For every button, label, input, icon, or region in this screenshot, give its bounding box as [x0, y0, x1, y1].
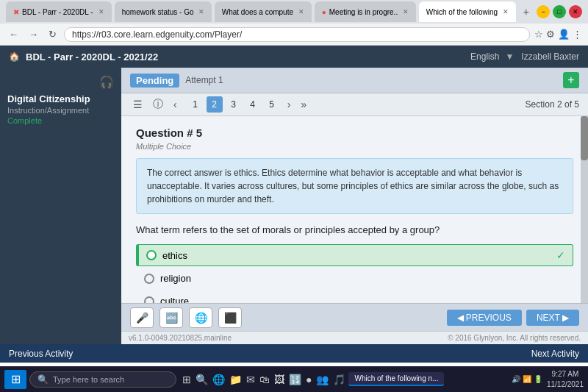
- maximize-button[interactable]: □: [553, 5, 566, 18]
- reload-button[interactable]: ↻: [46, 27, 60, 41]
- translate-button[interactable]: 🔤: [159, 307, 183, 328]
- radio-religion: [144, 274, 154, 284]
- address-box[interactable]: https://r03.core.learn.edgenuity.com/Pla…: [64, 27, 530, 42]
- tab-close-2[interactable]: ✕: [198, 8, 204, 15]
- answer-option-religion[interactable]: religion: [136, 268, 573, 289]
- start-button[interactable]: ⊞: [4, 370, 26, 389]
- browser-tab-5[interactable]: Which of the following n... ✕: [419, 1, 516, 22]
- home-icon: 🏠: [9, 51, 20, 62]
- language-selector[interactable]: English: [470, 51, 499, 62]
- question5-title: Question # 5: [136, 126, 573, 139]
- language-dropdown-icon[interactable]: ▼: [505, 51, 514, 62]
- taskbar-icon-spotify[interactable]: 🎵: [333, 374, 345, 385]
- scroll-track[interactable]: [581, 116, 588, 303]
- taskbar-icon-search[interactable]: 🔍: [196, 374, 208, 385]
- status-badge: Pending: [130, 74, 179, 88]
- nav-bar: ☰ ⓘ ‹ 1 2 3 4 5 › » Section 2 of 5: [121, 93, 588, 116]
- taskbar-date-value: 11/12/2021: [547, 379, 584, 390]
- taskbar-icon-teams[interactable]: 👥: [316, 374, 329, 385]
- headphone-icon[interactable]: 🎧: [99, 75, 114, 89]
- taskbar-time-value: 9:27 AM: [547, 369, 584, 379]
- caption-button[interactable]: ⬛: [218, 307, 242, 328]
- browser-tab-1[interactable]: ✖ BDL - Parr - 2020DL - 202... ✕: [6, 1, 112, 22]
- attempt-label: Attempt 1: [185, 75, 223, 85]
- tab-label-3: What does a computer fo...: [222, 8, 293, 16]
- copyright-text: © 2016 Glynlyon, Inc. All rights reserve…: [448, 334, 581, 342]
- activity-bar: Previous Activity Next Activity: [0, 344, 588, 363]
- taskbar-clock: 9:27 AM 11/12/2021: [547, 369, 584, 390]
- browser-tab-4[interactable]: ● Meeting is in progre... ✕: [315, 1, 416, 22]
- info-icon-button[interactable]: ⓘ: [150, 96, 166, 113]
- last-page-button[interactable]: »: [298, 97, 309, 112]
- page-5-button[interactable]: 5: [264, 96, 280, 113]
- profile-button[interactable]: 👤: [558, 29, 570, 40]
- answer-option-ethics[interactable]: ethics ✓: [136, 244, 573, 266]
- tab-close-4[interactable]: ✕: [403, 8, 409, 15]
- taskbar-active-app[interactable]: Which of the following n...: [348, 372, 444, 386]
- taskbar-icon-photos[interactable]: 🖼: [274, 374, 284, 385]
- add-button[interactable]: +: [563, 72, 579, 88]
- next-page-button[interactable]: ›: [284, 97, 294, 112]
- answer-option-culture[interactable]: culture: [136, 291, 573, 303]
- taskbar-icon-folder[interactable]: 📁: [229, 374, 242, 385]
- close-button[interactable]: ✕: [569, 5, 582, 18]
- prev-next-area: ◀ PREVIOUS NEXT ▶: [447, 310, 579, 326]
- taskbar-icon-chrome[interactable]: ●: [306, 374, 312, 385]
- taskbar-search-icon: 🔍: [37, 374, 49, 385]
- prev-page-button[interactable]: ‹: [171, 97, 180, 112]
- back-button[interactable]: ←: [6, 27, 21, 41]
- browser-tab-3[interactable]: What does a computer fo... ✕: [215, 1, 312, 22]
- tab-icon-1: ✖: [13, 8, 19, 16]
- page-2-button[interactable]: 2: [207, 96, 223, 113]
- taskbar-icons: ⊞ 🔍 🌐 📁 ✉ 🛍 🖼 🔢 ● 👥 🎵: [182, 374, 345, 385]
- tab-close-5[interactable]: ✕: [503, 8, 509, 15]
- microphone-button[interactable]: 🎤: [130, 307, 154, 328]
- answer-label-culture: culture: [160, 296, 189, 303]
- forward-button[interactable]: →: [26, 27, 41, 41]
- page-1-button[interactable]: 1: [187, 96, 204, 113]
- taskbar-search-placeholder: Type here to search: [53, 375, 124, 384]
- version-bar: v6.1.0-0049.20210825.mainline © 2016 Gly…: [121, 331, 588, 344]
- tab-close-3[interactable]: ✕: [298, 8, 304, 15]
- taskbar-search-box[interactable]: 🔍 Type here to search: [29, 371, 176, 388]
- tab-label-2: homework status - Googl...: [122, 8, 193, 16]
- section-label: Section 2 of 5: [526, 99, 579, 110]
- tab-close-1[interactable]: ✕: [98, 8, 104, 15]
- bookmark-button[interactable]: ☆: [534, 29, 543, 40]
- extension-button[interactable]: ⚙: [546, 29, 555, 40]
- menu-button[interactable]: ⋮: [573, 29, 582, 40]
- taskbar-icon-calc[interactable]: 🔢: [289, 374, 301, 385]
- taskbar-app-label: Which of the following n...: [354, 374, 438, 382]
- question5-type: Multiple Choice: [136, 142, 573, 151]
- browser-title-bar: ✖ BDL - Parr - 2020DL - 202... ✕ homewor…: [0, 0, 588, 24]
- taskbar-system-tray: 🔊 📶 🔋 9:27 AM 11/12/2021: [512, 369, 584, 390]
- feedback-box: The correct answer is ethics. Ethics det…: [136, 158, 573, 214]
- taskbar-sys-icons: 🔊 📶 🔋: [512, 375, 542, 383]
- next-activity-label[interactable]: Next Activity: [531, 349, 579, 359]
- minimize-button[interactable]: −: [537, 5, 550, 18]
- main-layout: 🎧 Digital Citizenship Instruction/Assign…: [0, 68, 588, 344]
- taskbar-icon-mail[interactable]: ✉: [246, 374, 255, 385]
- previous-button[interactable]: ◀ PREVIOUS: [447, 310, 522, 326]
- window-controls: − □ ✕: [537, 5, 582, 18]
- version-text: v6.1.0-0049.20210825.mainline: [129, 334, 232, 342]
- taskbar-icon-edge[interactable]: 🌐: [212, 374, 225, 385]
- next-label: NEXT ▶: [537, 313, 569, 323]
- new-tab-button[interactable]: +: [519, 4, 534, 19]
- next-button[interactable]: NEXT ▶: [526, 310, 579, 326]
- prev-activity-label[interactable]: Previous Activity: [9, 349, 73, 359]
- page-numbers: 1 2 3 4 5: [187, 96, 280, 113]
- taskbar-icon-store[interactable]: 🛍: [259, 374, 270, 385]
- scroll-content[interactable]: Question # 5 Multiple Choice The correct…: [121, 116, 588, 303]
- app-header: 🏠 BDL - Parr - 2020DL - 2021/22 English …: [0, 46, 588, 68]
- page-3-button[interactable]: 3: [226, 96, 242, 113]
- browser-tab-2[interactable]: homework status - Googl... ✕: [115, 1, 212, 22]
- globe-button[interactable]: 🌐: [189, 307, 212, 328]
- user-display: Izzabell Baxter: [521, 51, 579, 62]
- list-icon-button[interactable]: ☰: [130, 97, 146, 112]
- taskbar-icon-view[interactable]: ⊞: [182, 374, 191, 385]
- question5-text: What term refers to the set of morals or…: [136, 224, 573, 235]
- taskbar: ⊞ 🔍 Type here to search ⊞ 🔍 🌐 📁 ✉ 🛍 🖼 🔢 …: [0, 366, 588, 392]
- scroll-thumb[interactable]: [581, 116, 588, 160]
- page-4-button[interactable]: 4: [245, 96, 261, 113]
